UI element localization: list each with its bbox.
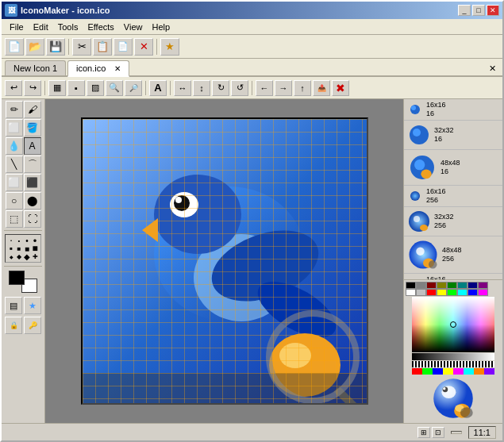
zoom-in-button[interactable]: 🔍 — [106, 80, 123, 96]
color-black[interactable] — [406, 282, 416, 289]
icon-list-scroll[interactable]: 16x1616 32x3216 48x4816 — [404, 99, 502, 279]
icon-row-48x48-16[interactable]: 48x4816 — [404, 150, 502, 186]
lock-icon[interactable]: 🔒 — [5, 317, 22, 334]
color-navy[interactable] — [467, 282, 478, 289]
tab-icon-ico[interactable]: icon.ico ✕ — [67, 60, 129, 77]
color-teal[interactable] — [457, 282, 467, 289]
menu-file[interactable]: File — [5, 21, 29, 33]
export-button[interactable]: 📤 — [313, 80, 330, 96]
rotate-cw-button[interactable]: ↻ — [212, 80, 229, 96]
color-cyan[interactable] — [457, 289, 467, 296]
canvas-area[interactable] — [45, 99, 403, 423]
color-red[interactable] — [426, 289, 437, 296]
close-button[interactable]: ✕ — [487, 5, 499, 16]
fg-color-swatch[interactable] — [9, 271, 25, 285]
minimize-button[interactable]: _ — [458, 5, 471, 16]
fill-tool[interactable]: 🪣 — [24, 119, 41, 136]
select-freeform-tool[interactable]: ⛶ — [24, 210, 41, 228]
flip-h-button[interactable]: ↔ — [174, 80, 191, 96]
remove-button[interactable]: ✖ — [332, 80, 349, 96]
grayscale-bar[interactable] — [412, 353, 494, 360]
delete-button[interactable]: ✕ — [134, 38, 153, 56]
ellipse-tool[interactable]: ○ — [6, 192, 23, 209]
brush-dia-3[interactable]: ◆ — [23, 252, 31, 260]
flip-v-button[interactable]: ↕ — [193, 80, 210, 96]
color-lime[interactable] — [447, 289, 457, 296]
curve-tool[interactable]: ⌒ — [24, 156, 41, 173]
menu-view[interactable]: View — [119, 21, 148, 33]
status-nav-left[interactable]: ⊞ — [417, 427, 430, 438]
color-green[interactable] — [447, 282, 457, 289]
menu-edit[interactable]: Edit — [29, 21, 53, 33]
eyedropper-tool[interactable]: 💧 — [6, 137, 23, 155]
pixel-canvas[interactable] — [83, 119, 367, 403]
color-magenta[interactable] — [478, 289, 488, 296]
brush-tool[interactable]: 🖌 — [24, 101, 41, 118]
icon-row-16x16-32bpp[interactable]: 16x1632bpp — [404, 274, 502, 279]
star-button[interactable]: ★ — [160, 38, 179, 56]
undo-button[interactable]: ↩ — [5, 80, 22, 96]
paste-button[interactable]: 📄 — [113, 38, 133, 56]
status-nav-right[interactable]: ⊡ — [432, 427, 444, 438]
zoom-custom-button[interactable]: 🔎 — [125, 80, 142, 96]
grid-toggle-button[interactable]: ▤ — [5, 297, 22, 314]
ellipse-fill-tool[interactable]: ⬤ — [24, 192, 41, 209]
pencil-tool[interactable]: ✏ — [6, 101, 23, 118]
shift-up-button[interactable]: ↑ — [294, 80, 311, 96]
tab-close-icon[interactable]: ✕ — [114, 64, 121, 73]
rotate-ccw-button[interactable]: ↺ — [231, 80, 248, 96]
tab-new-icon-1[interactable]: New Icon 1 — [5, 60, 66, 75]
key-button[interactable]: 🔑 — [24, 317, 41, 334]
color-white[interactable] — [406, 289, 416, 296]
maximize-button[interactable]: □ — [472, 5, 485, 16]
menu-help[interactable]: Help — [147, 21, 175, 33]
close-tab-x[interactable]: ✕ — [486, 62, 499, 75]
menu-tools[interactable]: Tools — [53, 21, 83, 33]
icon-row-16x16-256[interactable]: 16x16256 — [404, 186, 502, 207]
line-tool[interactable]: ╲ — [6, 156, 23, 173]
shift-right-button[interactable]: → — [275, 80, 292, 96]
brush-dot-3[interactable]: • — [23, 236, 31, 244]
color-yellow[interactable] — [437, 289, 447, 296]
copy-button[interactable]: 📋 — [93, 38, 112, 56]
brush-dot-1[interactable]: • — [7, 236, 15, 244]
rect-tool[interactable]: ⬜ — [6, 174, 23, 191]
shift-left-button[interactable]: ← — [256, 80, 273, 96]
color-silver[interactable] — [416, 289, 426, 296]
color-purple[interactable] — [478, 282, 488, 289]
text-tool[interactable]: A — [24, 137, 41, 155]
new-button[interactable]: 📄 — [5, 38, 24, 56]
brush-sq-1[interactable]: ■ — [7, 244, 15, 252]
brush-sq-2[interactable]: ■ — [15, 244, 23, 252]
brush-sq-4[interactable]: ■ — [31, 244, 39, 252]
color-olive[interactable] — [437, 282, 447, 289]
brush-cross-1[interactable]: ✚ — [31, 252, 39, 260]
cut-button[interactable]: ✂ — [72, 38, 91, 56]
color-gray[interactable] — [416, 282, 426, 289]
select-rect-tool[interactable]: ⬚ — [6, 210, 23, 228]
brush-sq-3[interactable]: ■ — [23, 244, 31, 252]
menu-effects[interactable]: Effects — [83, 21, 118, 33]
pattern-bar-1[interactable] — [412, 361, 494, 367]
redo-button[interactable]: ↪ — [24, 80, 41, 96]
color-blue[interactable] — [467, 289, 478, 296]
icon-row-48x48-256[interactable]: 48x48256 — [404, 236, 502, 274]
grid-large-button[interactable]: ▨ — [87, 80, 104, 96]
brush-dot-2[interactable]: • — [15, 236, 23, 244]
brush-dia-1[interactable]: ◆ — [7, 252, 15, 260]
brush-dia-2[interactable]: ◆ — [15, 252, 23, 260]
color-effects-button[interactable]: ★ — [24, 297, 41, 314]
icon-row-32x32-256[interactable]: 32x32256 — [404, 207, 502, 236]
grid-small-button[interactable]: ▦ — [48, 80, 66, 96]
open-button[interactable]: 📂 — [25, 38, 44, 56]
icon-row-32x32-16[interactable]: 32x3216 — [404, 121, 502, 150]
grid-med-button[interactable]: ▪ — [67, 80, 85, 96]
text-tool-bar[interactable]: A — [149, 80, 167, 96]
status-position — [451, 431, 462, 434]
save-button[interactable]: 💾 — [46, 38, 65, 56]
eraser-tool[interactable]: ⬜ — [6, 119, 23, 136]
color-gradient-palette[interactable] — [412, 297, 494, 352]
rect-fill-tool[interactable]: ⬛ — [24, 174, 41, 191]
color-darkred[interactable] — [426, 282, 437, 289]
icon-row-16x16-16[interactable]: 16x1616 — [404, 99, 502, 121]
